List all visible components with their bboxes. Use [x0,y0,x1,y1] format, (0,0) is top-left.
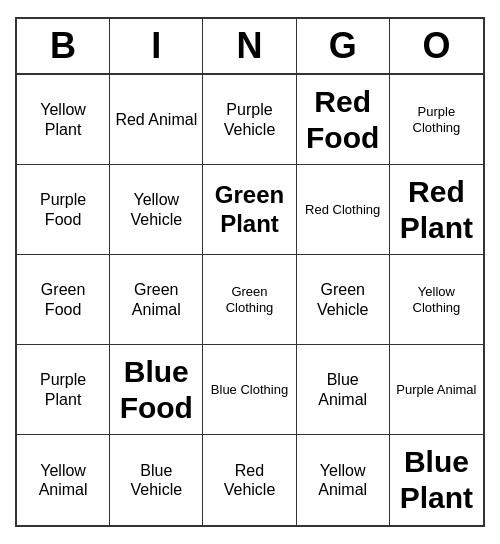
cell-text: Purple Clothing [394,104,479,135]
header-letter: B [17,19,110,73]
bingo-cell: Purple Vehicle [203,75,296,165]
bingo-cell: Purple Animal [390,345,483,435]
bingo-cell: Yellow Clothing [390,255,483,345]
bingo-cell: Yellow Plant [17,75,110,165]
cell-text: Yellow Plant [21,100,105,138]
cell-text: Blue Vehicle [114,461,198,499]
bingo-card: BINGO Yellow PlantRed AnimalPurple Vehic… [15,17,485,527]
cell-text: Red Plant [394,174,479,246]
bingo-cell: Blue Vehicle [110,435,203,525]
bingo-cell: Red Vehicle [203,435,296,525]
cell-text: Blue Animal [301,370,385,408]
cell-text: Blue Food [114,354,198,426]
cell-text: Green Animal [114,280,198,318]
cell-text: Blue Plant [394,444,479,516]
bingo-cell: Blue Animal [297,345,390,435]
bingo-cell: Blue Food [110,345,203,435]
bingo-cell: Red Clothing [297,165,390,255]
header-letter: I [110,19,203,73]
cell-text: Yellow Vehicle [114,190,198,228]
cell-text: Yellow Animal [21,461,105,499]
cell-text: Yellow Animal [301,461,385,499]
bingo-cell: Yellow Vehicle [110,165,203,255]
bingo-cell: Blue Plant [390,435,483,525]
header-letter: G [297,19,390,73]
bingo-cell: Purple Plant [17,345,110,435]
cell-text: Green Food [21,280,105,318]
cell-text: Green Vehicle [301,280,385,318]
bingo-cell: Purple Clothing [390,75,483,165]
cell-text: Red Clothing [305,202,380,218]
bingo-cell: Green Plant [203,165,296,255]
cell-text: Purple Food [21,190,105,228]
cell-text: Red Animal [115,110,197,129]
bingo-cell: Blue Clothing [203,345,296,435]
bingo-cell: Red Food [297,75,390,165]
cell-text: Yellow Clothing [394,284,479,315]
bingo-cell: Yellow Animal [297,435,390,525]
bingo-cell: Red Animal [110,75,203,165]
bingo-grid: Yellow PlantRed AnimalPurple VehicleRed … [17,75,483,525]
cell-text: Green Clothing [207,284,291,315]
bingo-cell: Yellow Animal [17,435,110,525]
header-letter: N [203,19,296,73]
header-letter: O [390,19,483,73]
cell-text: Red Vehicle [207,461,291,499]
cell-text: Purple Plant [21,370,105,408]
bingo-cell: Green Clothing [203,255,296,345]
cell-text: Red Food [301,84,385,156]
cell-text: Purple Animal [396,382,476,398]
bingo-cell: Green Vehicle [297,255,390,345]
bingo-cell: Green Animal [110,255,203,345]
bingo-header: BINGO [17,19,483,75]
cell-text: Blue Clothing [211,382,288,398]
cell-text: Purple Vehicle [207,100,291,138]
bingo-cell: Purple Food [17,165,110,255]
cell-text: Green Plant [207,181,291,239]
bingo-cell: Red Plant [390,165,483,255]
bingo-cell: Green Food [17,255,110,345]
